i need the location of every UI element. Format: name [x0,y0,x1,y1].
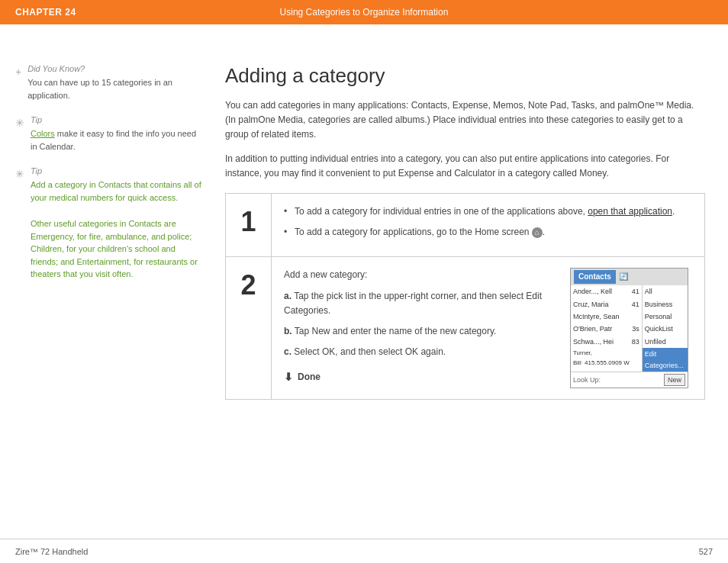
step-1: 1 To add a category for individual entri… [226,194,704,257]
contact-row-2: Cruz, Maria41 [571,298,642,310]
chapter-title: Using Categories to Organize Information [280,7,449,18]
sidebar-tip-1: ✳ Tip Colors make it easy to find the in… [15,115,202,153]
colors-link[interactable]: Colors [31,129,55,138]
step-number-1: 1 [226,194,272,256]
sidebar-label-3: Tip [31,166,202,175]
steps-container: 1 To add a category for individual entri… [225,193,705,401]
sidebar-did-you-know: + Did You Know? You can have up to 15 ca… [15,64,202,101]
step-1-bullet-2: To add a category for applications, go t… [284,225,692,240]
sidebar-text-2: Colors make it easy to find the info you… [31,127,202,153]
content-area: Adding a category You can add categories… [217,49,728,563]
sidebar-text-1: You can have up to 15 categories in an a… [27,76,202,101]
done-icon: ⬇ [284,368,293,385]
sidebar-label-1: Did You Know? [27,64,202,73]
page-footer: Zire™ 72 Handheld 527 [0,539,728,563]
contacts-footer: Look Up: New [571,372,688,388]
asterisk-icon-2: ✳ [15,168,24,281]
step-2-intro: Add a new category: [284,268,555,282]
step-2b: b. Tap New and enter the name of the new… [284,324,555,339]
page-header: CHAPTER 24 Using Categories to Organize … [0,0,728,24]
asterisk-icon-1: ✳ [15,117,24,153]
contact-row-4: O'Brien, Patr3s [571,323,642,335]
contacts-tab: Contacts [574,270,616,284]
footer-brand: Zire™ 72 Handheld [15,547,88,556]
contacts-list: Ander..., Kell41 Cruz, Maria41 McIntyre,… [571,285,643,372]
step-2-right: Contacts 🔄 Ander..., Kell41 Cruz, Maria4… [570,268,692,388]
contact-row-5: Schwa..., Hei83 [571,336,642,348]
step-2a: a. Tap the pick list in the upper-right … [284,289,555,318]
step-2-body: Add a new category: a. Tap the pick list… [284,268,692,388]
footer-page: 527 [699,547,713,556]
step-2: 2 Add a new category: a. Tap the pick li… [226,257,704,399]
plus-icon: + [15,66,21,101]
open-application-link[interactable]: open that application [588,206,672,217]
step-2-content: Add a new category: a. Tap the pick list… [272,257,704,399]
step-number-2: 2 [226,257,272,399]
dropdown-edit-categories[interactable]: Edit Categories... [643,348,688,372]
home-icon: ⌂ [532,227,543,238]
contacts-dropdown: All Business Personal QuickList Unfiled … [643,285,688,372]
sidebar: + Did You Know? You can have up to 15 ca… [0,49,217,563]
done-label: ⬇ Done [284,368,555,385]
done-text: Done [298,370,321,384]
dropdown-all: All [643,285,688,298]
step-1-bullet-1: To add a category for individual entries… [284,204,692,219]
main-layout: + Did You Know? You can have up to 15 ca… [0,49,728,563]
step-2c: c. Select OK, and then select OK again. [284,345,555,359]
contacts-widget: Contacts 🔄 Ander..., Kell41 Cruz, Maria4… [570,268,688,388]
new-button[interactable]: New [664,374,685,386]
body-para-1: You can add categories in many applicati… [225,98,705,143]
body-para-2: In addition to putting individual entrie… [225,152,705,181]
dropdown-unfiled: Unfiled [643,336,688,348]
sidebar-label-2: Tip [31,115,202,124]
contact-row-3: McIntyre, Sean [571,310,642,323]
lookup-label: Look Up: [573,375,601,385]
step-1-content: To add a category for individual entries… [272,194,704,256]
contacts-sync-icon: 🔄 [619,271,628,283]
sidebar-text-3a: Add a category in Contacts that contains… [31,179,202,204]
step-2-left: Add a new category: a. Tap the pick list… [284,268,555,388]
contacts-header: Contacts 🔄 [571,269,688,285]
sidebar-text-3b: Other useful categories in Contacts are … [31,217,202,281]
contact-row-1: Ander..., Kell41 [571,285,642,298]
contact-row-6: Turner, Bill 415.555.0909 W [571,348,642,369]
chapter-label: CHAPTER 24 [15,7,76,18]
contacts-inner: Ander..., Kell41 Cruz, Maria41 McIntyre,… [571,285,688,372]
dropdown-quicklist: QuickList [643,323,688,335]
page-title: Adding a category [225,64,705,88]
dropdown-personal: Personal [643,310,688,323]
dropdown-business: Business [643,298,688,310]
sidebar-tip-2: ✳ Tip Add a category in Contacts that co… [15,166,202,281]
